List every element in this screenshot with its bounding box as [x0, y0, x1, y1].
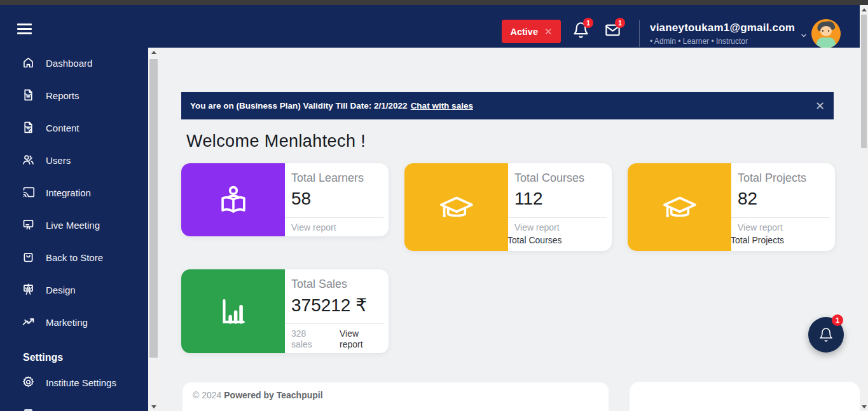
view-report-link[interactable]: View report — [291, 222, 383, 233]
sidebar-scrollbar-thumb[interactable] — [149, 59, 158, 358]
card-footer: View report — [285, 217, 383, 233]
sidebar-item-design[interactable]: Design — [0, 281, 148, 299]
main-content: You are on (Business Plan) Validity Till… — [159, 48, 860, 411]
chevron-down-icon — [22, 153, 35, 166]
powered-by: Powered by Teachpupil — [224, 390, 322, 400]
user-roles: • Admin • Learner • Instructor — [650, 37, 795, 46]
sidebar-item-integration[interactable]: Integration — [0, 184, 148, 202]
sidebar-item-institute-settings[interactable]: Institute Settings — [0, 374, 148, 392]
copyright-year: © 2024 — [193, 390, 221, 400]
hamburger-menu-icon[interactable] — [17, 24, 32, 34]
card-title: Total Courses — [514, 172, 609, 185]
card-value: 82 — [738, 189, 832, 209]
sidebar-item-content[interactable]: Content — [0, 119, 148, 137]
welcome-heading: Welcome Menlahtech ! — [186, 131, 366, 151]
sidebar-item-label: Back to Store — [46, 252, 103, 263]
scroll-up-arrow[interactable] — [860, 5, 868, 14]
banner-close-icon[interactable]: ✕ — [815, 99, 825, 113]
learners-book-icon — [215, 182, 252, 219]
sidebar-item-label: Marketing — [46, 317, 88, 328]
footer-panel-right — [630, 382, 860, 411]
card-value: 112 — [514, 189, 609, 209]
message-badge: 1 — [615, 18, 625, 28]
sidebar-item-label: Reports — [46, 90, 79, 101]
sales-count: 328 sales — [291, 328, 320, 350]
active-label: Active — [510, 27, 538, 37]
projects-accent-block — [628, 163, 731, 251]
gear-icon — [22, 375, 35, 389]
plan-banner-text: You are on (Business Plan) Validity Till… — [190, 101, 408, 111]
chevron-down-icon — [22, 315, 35, 328]
card-title: Total Projects — [738, 172, 832, 185]
sidebar-item-label: Design — [46, 285, 76, 295]
sidebar-scrollbar[interactable] — [148, 48, 159, 411]
chat-with-sales-link[interactable]: Chat with sales — [411, 101, 473, 111]
chevron-down-icon[interactable] — [799, 30, 808, 42]
home-icon — [22, 56, 35, 69]
header-divider — [639, 20, 640, 47]
sidebar-item-label: Institute Settings — [46, 377, 116, 388]
sidebar-item-label: Dashboard — [46, 58, 92, 69]
user-menu[interactable]: vianeytoukam1@gmail.com • Admin • Learne… — [650, 22, 795, 46]
view-report-link[interactable]: View report — [514, 222, 607, 233]
chevron-down-icon — [22, 283, 35, 296]
notification-badge: 1 — [583, 18, 593, 28]
total-learners-card: Total Learners 58 View report — [181, 163, 389, 236]
footer-panel: © 2024 Powered by Teachpupil — [183, 382, 609, 411]
card-footer-label: Total Courses — [507, 235, 607, 246]
integration-icon — [22, 185, 35, 199]
chevron-down-icon — [22, 121, 35, 134]
page-scrollbar[interactable] — [860, 5, 868, 411]
sidebar-item-users[interactable]: Users — [0, 152, 148, 170]
sidebar-item-live-meeting[interactable]: Live Meeting — [0, 217, 148, 234]
total-projects-card: Total Projects 82 View report Total Proj… — [628, 163, 835, 251]
view-report-link[interactable]: View report — [738, 222, 830, 233]
sales-accent-block — [181, 269, 285, 353]
courses-accent-block — [404, 163, 508, 251]
messages-button[interactable]: 1 — [604, 22, 624, 43]
scroll-down-arrow[interactable] — [860, 402, 868, 411]
browser-chrome-strip — [0, 0, 868, 5]
sidebar-item-marketing[interactable]: Marketing — [0, 314, 148, 332]
sidebar-item-back-to-store[interactable]: Back to Store — [0, 249, 148, 267]
page-scrollbar-thumb[interactable] — [861, 15, 867, 148]
live-meeting-icon — [22, 218, 35, 231]
plan-banner: You are on (Business Plan) Validity Till… — [181, 92, 834, 119]
close-icon[interactable]: ✕ — [544, 26, 553, 37]
total-sales-card: Total Sales 375212 ₹ 328 sales View repo… — [181, 269, 389, 353]
scroll-up-arrow[interactable] — [148, 48, 159, 57]
active-status-button[interactable]: Active ✕ — [502, 20, 561, 43]
card-footer: View report Total Projects — [731, 217, 830, 246]
graduation-cap-icon — [438, 189, 475, 226]
settings-section-heading: Settings — [23, 352, 63, 363]
learners-accent-block — [181, 163, 285, 236]
card-footer: View report Total Courses — [508, 217, 607, 246]
user-email: vianeytoukam1@gmail.com — [650, 22, 795, 34]
sidebar-nav: Dashboard Reports Content Users Integrat… — [0, 48, 148, 411]
view-report-link[interactable]: View report — [340, 328, 375, 350]
floating-bell-badge: 1 — [832, 314, 843, 326]
sidebar-item-label: Integration — [46, 187, 91, 198]
avatar[interactable] — [811, 19, 841, 48]
graduation-cap-icon — [661, 189, 698, 226]
card-value: 58 — [291, 189, 386, 209]
scroll-down-arrow[interactable] — [148, 402, 159, 411]
card-footer: 328 sales View report — [285, 323, 383, 350]
card-title: Total Learners — [291, 172, 386, 185]
bell-icon — [818, 327, 834, 342]
card-title: Total Sales — [291, 278, 386, 291]
sidebar-item-dashboard[interactable]: Dashboard — [0, 55, 148, 72]
sidebar-item-label: Live Meeting — [46, 220, 100, 231]
chevron-down-icon — [22, 88, 35, 102]
store-bag-icon — [22, 250, 35, 264]
bar-chart-icon — [215, 293, 252, 330]
card-footer-label: Total Projects — [731, 235, 830, 246]
top-navbar: Active ✕ 1 1 vianeytoukam1@gmail.com • A… — [0, 5, 860, 48]
card-value: 375212 ₹ — [291, 295, 386, 316]
sidebar-item-label: Users — [46, 155, 71, 166]
sidebar-item-label: Content — [46, 123, 79, 133]
sidebar-item-reports[interactable]: Reports — [0, 87, 148, 105]
total-courses-card: Total Courses 112 View report Total Cour… — [404, 163, 612, 251]
notifications-button[interactable]: 1 — [572, 22, 593, 43]
